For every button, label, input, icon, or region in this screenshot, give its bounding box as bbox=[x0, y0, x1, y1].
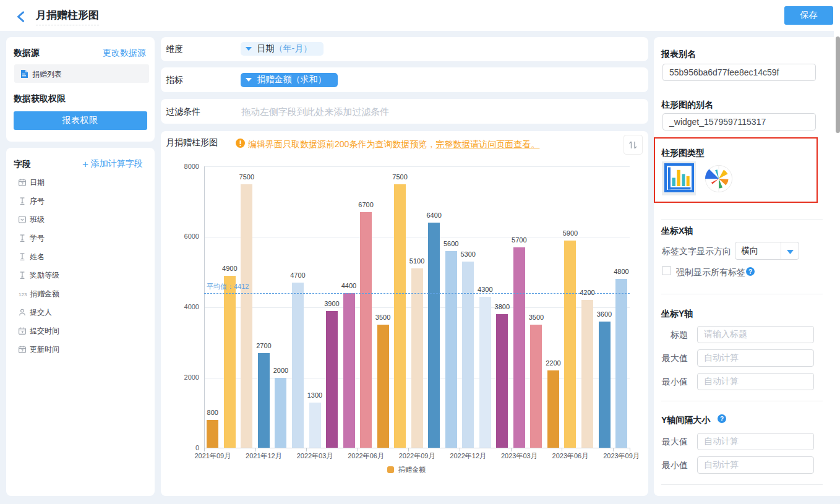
svg-text:123: 123 bbox=[19, 292, 27, 297]
svg-text:?: ? bbox=[720, 416, 724, 422]
svg-text:?: ? bbox=[748, 268, 752, 275]
